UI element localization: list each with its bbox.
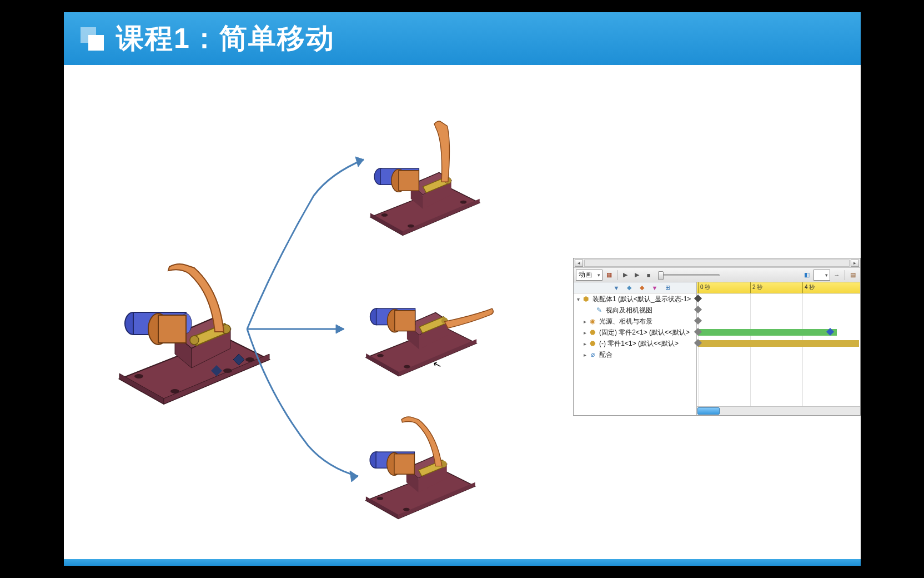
tree-item-label: 配合: [599, 350, 612, 360]
mate-icon: ⌀: [588, 350, 597, 359]
ruler-tick: 4 秒: [802, 282, 815, 293]
svg-point-39: [377, 354, 384, 357]
expand-icon[interactable]: ▸: [581, 330, 588, 336]
tree-item-label: 光源、相机与布景: [599, 317, 652, 326]
content-area: ↖ ◂ ▸ 动画 ▦ ▶ ▶ ■ ◧: [64, 65, 861, 559]
svg-point-26: [460, 201, 467, 204]
timeline-ruler[interactable]: 0 秒 2 秒 4 秒: [697, 282, 860, 293]
timeline-row[interactable]: [697, 305, 860, 316]
motion-toolbar: 动画 ▦ ▶ ▶ ■ ◧ → ▤: [574, 268, 860, 282]
motion-tree: ▼ ◆ ◆ ▼ ⊞ ▾ ⬢ 装配体1 (默认<默认_显示状态-1> ✎: [574, 282, 697, 415]
svg-marker-64: [355, 157, 364, 167]
tree-item[interactable]: ▸ ⬣ (-) 零件1<1> (默认<<默认>: [574, 338, 696, 349]
part-icon: ⬣: [588, 339, 597, 348]
part-icon: ⬣: [588, 328, 597, 337]
svg-rect-33: [399, 171, 419, 191]
playback-slider[interactable]: [659, 274, 720, 276]
filter-icon[interactable]: ▼: [611, 283, 621, 292]
timeline-hscroll[interactable]: [697, 406, 860, 415]
svg-point-24: [381, 213, 388, 217]
tree-item[interactable]: ▸ ◉ 光源、相机与布景: [574, 316, 696, 327]
svg-point-4: [170, 389, 179, 393]
timeline-row[interactable]: [697, 293, 860, 305]
playback-slider-thumb[interactable]: [658, 271, 664, 280]
svg-point-54: [403, 508, 410, 511]
title-bar: 课程1：简单移动: [64, 12, 861, 65]
hscroll-thumb[interactable]: [697, 407, 720, 415]
tree-item-label: (-) 零件1<1> (默认<<默认>: [599, 339, 679, 348]
scroll-track[interactable]: [584, 260, 850, 267]
motion-manager-panel: ◂ ▸ 动画 ▦ ▶ ▶ ■ ◧ → ▤: [573, 258, 861, 416]
orientation-icon: ✎: [595, 306, 604, 315]
svg-point-40: [404, 365, 410, 368]
arrow-to-top: [242, 151, 375, 340]
svg-marker-66: [350, 471, 358, 482]
tree-item[interactable]: ✎ 视向及相机视图: [574, 305, 696, 316]
svg-rect-61: [394, 454, 414, 474]
change-bar[interactable]: [698, 340, 859, 347]
ruler-tick: 2 秒: [750, 282, 762, 293]
timeline-area[interactable]: 0 秒 2 秒 4 秒: [697, 282, 860, 415]
scroll-left-icon[interactable]: ◂: [575, 260, 583, 267]
calculate-icon[interactable]: ▦: [604, 270, 614, 280]
svg-point-53: [377, 497, 384, 500]
panel-top-scrollbar[interactable]: ◂ ▸: [574, 258, 860, 268]
change-bar[interactable]: [698, 329, 837, 336]
tree-item[interactable]: ▸ ⬣ (固定) 零件2<1> (默认<<默认>: [574, 327, 696, 338]
tree-item-label: 视向及相机视图: [606, 306, 652, 315]
tree-filter-toolbar: ▼ ◆ ◆ ▼ ⊞: [574, 282, 696, 293]
assembly-icon: ⬢: [581, 295, 590, 303]
collapse-icon[interactable]: ▾: [575, 296, 581, 302]
playback-mode-icon[interactable]: ◧: [802, 270, 812, 280]
play-icon[interactable]: ▶: [632, 270, 642, 280]
play-start-icon[interactable]: ▶: [620, 270, 630, 280]
filter-driven-icon[interactable]: ◆: [624, 283, 634, 292]
save-animation-icon[interactable]: ▤: [848, 270, 858, 280]
expand-icon[interactable]: ▸: [581, 341, 588, 347]
arrow-to-bottom: [242, 323, 369, 485]
svg-rect-15: [158, 315, 186, 343]
scroll-right-icon[interactable]: ▸: [851, 260, 859, 267]
timeline-rows: [697, 293, 860, 349]
loop-icon[interactable]: →: [832, 270, 842, 280]
tree-root-item[interactable]: ▾ ⬢ 装配体1 (默认<默认_显示状态-1>: [574, 293, 696, 305]
study-type-dropdown[interactable]: 动画: [576, 270, 602, 281]
title-decoration-icon: [81, 27, 104, 51]
svg-point-5: [223, 368, 232, 373]
stop-icon[interactable]: ■: [644, 270, 654, 280]
slide-bottom-bar: [64, 559, 861, 566]
timeline-row[interactable]: [697, 316, 860, 327]
playback-speed-dropdown[interactable]: [813, 270, 830, 281]
light-icon: ◉: [588, 317, 597, 326]
filter-all-icon[interactable]: ⊞: [662, 283, 672, 292]
study-type-value: 动画: [579, 270, 592, 280]
filter-results-icon[interactable]: ▼: [650, 283, 660, 292]
filter-selected-icon[interactable]: ◆: [637, 283, 647, 292]
timeline-row[interactable]: [697, 338, 860, 349]
svg-point-25: [408, 225, 414, 228]
slide: 课程1：简单移动: [64, 12, 861, 566]
svg-point-3: [134, 374, 143, 378]
slide-title: 课程1：简单移动: [116, 20, 335, 57]
svg-point-17: [190, 336, 199, 345]
tree-item-label: (固定) 零件2<1> (默认<<默认>: [599, 328, 690, 337]
ruler-tick: 0 秒: [698, 282, 710, 293]
expand-icon[interactable]: ▸: [581, 352, 588, 358]
timeline-row[interactable]: [697, 327, 860, 338]
tree-item[interactable]: ▸ ⌀ 配合: [574, 349, 696, 360]
svg-rect-47: [395, 311, 415, 331]
tree-root-label: 装配体1 (默认<默认_显示状态-1>: [592, 295, 691, 304]
expand-icon[interactable]: ▸: [581, 318, 588, 325]
